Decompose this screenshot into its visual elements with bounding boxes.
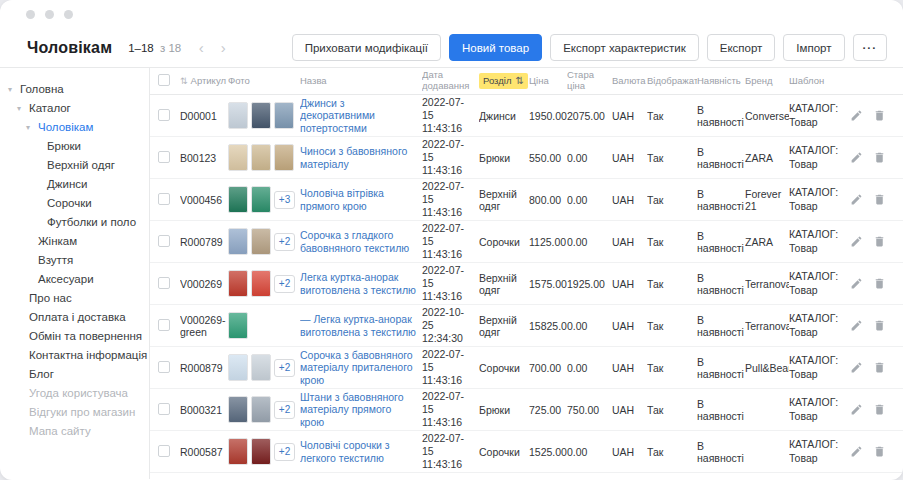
- product-photo[interactable]: [251, 102, 271, 129]
- row-checkbox[interactable]: [158, 109, 170, 121]
- delete-button[interactable]: [873, 193, 886, 207]
- edit-button[interactable]: [851, 361, 863, 375]
- sidebar-item[interactable]: ▾ Аксесуари: [0, 270, 149, 289]
- row-checkbox[interactable]: [158, 193, 170, 205]
- delete-button[interactable]: [873, 151, 886, 165]
- sidebar-item[interactable]: ▾ Обмін та повернення: [0, 327, 149, 346]
- sidebar-item-label: Верхній одяг: [47, 159, 115, 172]
- product-currency: UAH: [612, 446, 647, 458]
- product-section: Брюки: [479, 152, 529, 164]
- sidebar-item[interactable]: ▾ Джинси: [0, 175, 149, 194]
- sidebar-item[interactable]: ▾ Брюки: [0, 137, 149, 156]
- product-photo[interactable]: [251, 438, 271, 465]
- product-availability: В наявності: [697, 230, 745, 254]
- edit-button[interactable]: [851, 109, 863, 123]
- sort-toggle-icon[interactable]: ⇅: [515, 75, 523, 87]
- row-checkbox[interactable]: [158, 445, 170, 457]
- edit-button[interactable]: [851, 193, 863, 207]
- row-checkbox[interactable]: [158, 361, 170, 373]
- prev-page-button[interactable]: ‹: [191, 37, 211, 59]
- hide-modifications-button[interactable]: Приховати модифікації: [292, 34, 441, 61]
- more-photos-badge[interactable]: +2: [274, 443, 295, 461]
- product-photo[interactable]: [274, 102, 294, 129]
- new-product-button[interactable]: Новий товар: [449, 34, 542, 61]
- product-photo[interactable]: [228, 312, 248, 339]
- window-control-dot[interactable]: [64, 10, 73, 19]
- product-name-link[interactable]: Джинси з декоративними потертостями: [300, 97, 418, 135]
- delete-button[interactable]: [873, 235, 886, 249]
- product-photo[interactable]: [228, 102, 248, 129]
- more-actions-button[interactable]: ···: [853, 34, 888, 61]
- sidebar-item[interactable]: ▾ Оплата і доставка: [0, 308, 149, 327]
- edit-button[interactable]: [851, 403, 863, 417]
- sidebar-item[interactable]: ▾ Сорочки: [0, 194, 149, 213]
- edit-button[interactable]: [851, 445, 863, 459]
- active-sort-chip[interactable]: Розділ ⇅: [479, 73, 528, 89]
- product-photo[interactable]: [228, 144, 248, 171]
- product-photo[interactable]: [251, 186, 271, 213]
- sidebar-item[interactable]: ▾ Відгуки про магазин: [0, 403, 149, 422]
- row-checkbox[interactable]: [158, 235, 170, 247]
- edit-button[interactable]: [851, 151, 863, 165]
- product-photo[interactable]: [251, 228, 271, 255]
- product-photo[interactable]: [228, 396, 248, 423]
- product-name-link[interactable]: Чиноси з бавовняного матеріалу: [300, 145, 418, 170]
- product-name-link[interactable]: Легка куртка-анорак виготовлена з тексти…: [300, 271, 418, 296]
- sidebar-item[interactable]: ▾ Мапа сайту: [0, 422, 149, 441]
- sidebar-item[interactable]: ▾ Жінкам: [0, 232, 149, 251]
- export-characteristics-button[interactable]: Експорт характеристик: [550, 34, 699, 61]
- product-name-link[interactable]: Штани з бавовняного матеріалу прямого кр…: [300, 391, 418, 429]
- product-name-link[interactable]: Сорочка з гладкого бавовняного текстилю: [300, 229, 418, 254]
- row-checkbox[interactable]: [158, 403, 170, 415]
- window-control-dot[interactable]: [45, 10, 54, 19]
- more-photos-badge[interactable]: +2: [274, 401, 295, 419]
- product-photo[interactable]: [251, 270, 271, 297]
- product-photo[interactable]: [251, 396, 271, 423]
- delete-button[interactable]: [873, 403, 886, 417]
- delete-button[interactable]: [873, 109, 886, 123]
- import-button[interactable]: Імпорт: [783, 34, 844, 61]
- product-photo[interactable]: [228, 354, 248, 381]
- row-checkbox[interactable]: [158, 151, 170, 163]
- row-checkbox[interactable]: [158, 277, 170, 289]
- edit-button[interactable]: [851, 277, 863, 291]
- sidebar-item[interactable]: ▾ Про нас: [0, 289, 149, 308]
- sort-icon[interactable]: ⇅: [180, 76, 188, 86]
- sidebar-item[interactable]: ▾ Угода користувача: [0, 384, 149, 403]
- product-name-link[interactable]: — Легка куртка-анорак виготовлена з текс…: [300, 313, 418, 338]
- row-checkbox[interactable]: [158, 319, 170, 331]
- more-photos-badge[interactable]: +2: [274, 275, 295, 293]
- edit-button[interactable]: [851, 235, 863, 249]
- sidebar-item[interactable]: ▾ Чоловікам: [0, 118, 149, 137]
- next-page-button[interactable]: ›: [213, 37, 233, 59]
- product-name-link[interactable]: Чоловіча вітрівка прямого крою: [300, 187, 418, 212]
- sidebar-item[interactable]: ▾ Каталог: [0, 99, 149, 118]
- select-all-checkbox[interactable]: [158, 74, 170, 86]
- window-control-dot[interactable]: [26, 10, 35, 19]
- more-photos-badge[interactable]: +3: [274, 191, 295, 209]
- sidebar-item[interactable]: ▾ Верхній одяг: [0, 156, 149, 175]
- sidebar-item[interactable]: ▾ Головна: [0, 80, 149, 99]
- product-photo[interactable]: [228, 228, 248, 255]
- sidebar-item[interactable]: ▾ Взуття: [0, 251, 149, 270]
- export-button[interactable]: Експорт: [707, 34, 776, 61]
- product-photo[interactable]: [274, 144, 294, 171]
- product-photo[interactable]: [228, 438, 248, 465]
- product-name-link[interactable]: Чоловічі сорочки з легкого текстилю: [300, 439, 418, 464]
- column-header-section[interactable]: Розділ ⇅: [479, 73, 529, 89]
- delete-button[interactable]: [873, 319, 886, 333]
- product-name-link[interactable]: Сорочка з бавовняного матеріалу притален…: [300, 349, 418, 387]
- sidebar-item[interactable]: ▾ Контактна інформація: [0, 346, 149, 365]
- product-photo[interactable]: [228, 186, 248, 213]
- more-photos-badge[interactable]: +2: [274, 359, 295, 377]
- more-photos-badge[interactable]: +2: [274, 233, 295, 251]
- product-photo[interactable]: [251, 144, 271, 171]
- delete-button[interactable]: [873, 445, 886, 459]
- sidebar-item[interactable]: ▾ Блог: [0, 365, 149, 384]
- product-photo[interactable]: [251, 354, 271, 381]
- product-photo[interactable]: [228, 270, 248, 297]
- delete-button[interactable]: [873, 277, 886, 291]
- sidebar-item[interactable]: ▾ Футболки и поло: [0, 213, 149, 232]
- edit-button[interactable]: [851, 319, 863, 333]
- delete-button[interactable]: [873, 361, 886, 375]
